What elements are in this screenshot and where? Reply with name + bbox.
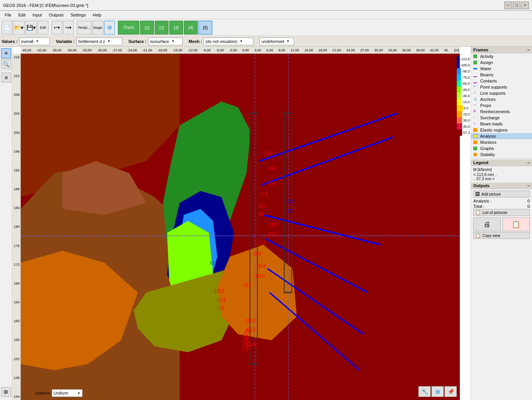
contacts-icon — [473, 79, 477, 83]
reinforcements-icon: ⊞ — [473, 109, 478, 114]
stage-1-button[interactable]: [1] — [140, 21, 154, 35]
sidebar-item-anchors[interactable]: ⚓ Anchors — [471, 96, 532, 102]
sidebar-item-water[interactable]: Water — [471, 66, 532, 72]
total-label: Total : — [473, 204, 484, 209]
settings-icon-button[interactable]: ⚙ — [1, 387, 11, 397]
close-button[interactable]: × — [521, 2, 529, 9]
menu-outputs[interactable]: Outputs — [46, 12, 67, 18]
minimize-button[interactable]: ─ — [504, 2, 512, 9]
stage-topo-button[interactable]: [Topo] — [118, 21, 139, 35]
redo-button[interactable]: ↪▾ — [63, 21, 74, 35]
window-controls[interactable]: ─ □ × — [504, 2, 529, 9]
svg-text:-12,1: -12,1 — [286, 199, 294, 204]
mesh-label: Mesh : — [189, 39, 202, 44]
stage-button[interactable]: Stage — [92, 21, 104, 35]
print-button[interactable]: 🖨 — [473, 217, 501, 231]
menu-help[interactable]: Help — [89, 12, 104, 18]
color-scale: -113,8 -105,0 -90,0 -75,0 -60,0 -45,0 -3… — [457, 56, 470, 136]
svg-text:-24,9: -24,9 — [268, 165, 276, 171]
stage-add-button[interactable]: ⊕ — [104, 21, 115, 35]
stability-icon — [473, 153, 477, 156]
sidebar-item-props[interactable]: ⊣ Props — [471, 102, 532, 109]
export-button[interactable]: 📋 — [502, 217, 530, 231]
svg-text:-196,9: -196,9 — [245, 318, 255, 324]
list-pictures-button[interactable]: 📋 List of pictures — [473, 209, 530, 216]
copy-view-button[interactable]: 📋 Copy view — [473, 232, 530, 239]
svg-text:-114,6: -114,6 — [215, 296, 226, 303]
pin-button[interactable]: 📌 — [444, 386, 457, 397]
svg-text:-164,9: -164,9 — [254, 273, 265, 279]
list-pictures-icon: 📋 — [475, 210, 481, 215]
monitors-icon — [473, 140, 477, 144]
deform-dropdown[interactable]: undeformed▼ — [259, 38, 294, 45]
activity-icon — [473, 54, 477, 58]
stage-2-button[interactable]: [2] — [155, 21, 169, 35]
legend-min: <-113,8 mm .. — [473, 173, 530, 177]
sidebar-item-analysis[interactable]: Analysis — [471, 133, 532, 139]
svg-text:-17,8: -17,8 — [267, 180, 276, 186]
water-icon — [473, 68, 477, 69]
uniform-dropdown[interactable]: Uniform ▼ — [52, 389, 83, 397]
total-value: 0 — [527, 204, 530, 209]
sidebar-item-stability[interactable]: Stability — [471, 151, 532, 158]
sidebar-item-contacts[interactable]: Contacts — [471, 78, 532, 84]
frames-collapse[interactable]: – — [527, 48, 530, 52]
menu-settings[interactable]: Settings — [68, 12, 89, 18]
analysis-icon — [473, 134, 477, 138]
svg-text:-120,3: -120,3 — [267, 231, 278, 237]
add-canvas-button[interactable]: ⊕ — [431, 386, 444, 397]
canvas-area[interactable]: -45,00-42,00-39,00-36,00-33,00-30,00-27,… — [12, 47, 471, 400]
open-button[interactable]: 📂▾ — [13, 21, 25, 35]
copy-view-icon: 📋 — [475, 233, 481, 238]
sidebar-item-elastic-regions[interactable]: Elastic regions — [471, 127, 532, 133]
props-icon: ⊣ — [473, 103, 478, 108]
legend-unit: M [kNm/m] — [473, 168, 530, 172]
sidebar-item-beam-loads[interactable]: ⤓ Beam loads — [471, 121, 532, 127]
menu-edit[interactable]: Edit — [15, 12, 29, 18]
new-button[interactable]: 📄 — [2, 21, 12, 35]
stage-3-button[interactable]: [3] — [169, 21, 183, 35]
uniform-label: Uniform — [35, 391, 50, 395]
beams-icon — [473, 72, 477, 77]
outputs-collapse[interactable]: – — [527, 183, 530, 188]
sidebar-item-line-supports[interactable]: ∿ Line supports — [471, 90, 532, 96]
sidebar-item-graphs[interactable]: Graphs — [471, 145, 532, 151]
outputs-content: 🖼 Add picture Analysis : 0 Total : 0 📋 L… — [471, 189, 532, 241]
frames-title: Frames — [473, 48, 488, 52]
zoom-button[interactable]: 🔍 — [1, 59, 11, 69]
add-picture-button[interactable]: 🖼 Add picture — [473, 191, 530, 198]
sidebar-item-monitors[interactable]: Monitors — [471, 139, 532, 145]
sidebar-item-assign[interactable]: Assign — [471, 59, 532, 66]
menu-file[interactable]: File — [2, 12, 15, 18]
surface-dropdown[interactable]: isosurface▼ — [148, 38, 183, 45]
mesh-dropdown[interactable]: (do not visualize)▼ — [203, 38, 253, 45]
sidebar-item-activity[interactable]: Activity — [471, 53, 532, 59]
outputs-header: Outputs – — [471, 183, 532, 189]
beam-loads-icon: ⤓ — [473, 122, 478, 126]
sidebar-item-reinforcements[interactable]: ⊞ Reinforcements — [471, 109, 532, 115]
wrench-button[interactable]: 🔧 — [418, 386, 431, 397]
maximize-button[interactable]: □ — [513, 2, 520, 9]
legend-collapse[interactable]: – — [527, 160, 530, 165]
svg-text:-17,1: -17,1 — [287, 208, 294, 214]
undo-button[interactable]: ↩▾ — [51, 21, 62, 35]
anchors-icon: ⚓ — [473, 97, 478, 102]
sidebar-item-surcharge[interactable]: ↓ Surcharge — [471, 115, 532, 121]
menu-input[interactable]: Input — [30, 12, 45, 18]
save-button[interactable]: 💾▾ — [25, 21, 37, 35]
stage-4-button[interactable]: [4] — [184, 21, 198, 35]
analysis-output-value: 0 — [527, 199, 530, 203]
print-area: 🖨 📋 — [473, 217, 530, 231]
sidebar-item-beams[interactable]: Beams — [471, 72, 532, 78]
left-toolbar: ✛ 🔍 ⊞ ⚙ — [0, 47, 12, 400]
svg-text:-127,7: -127,7 — [255, 240, 266, 246]
menu-bar: File Edit Input Outputs Settings Help — [0, 11, 532, 19]
fit-button[interactable]: ⊞ — [1, 72, 11, 82]
values-dropdown[interactable]: overall▼ — [19, 38, 50, 45]
variable-dropdown[interactable]: Settlement d z▼ — [76, 38, 122, 45]
template-button[interactable]: Templ... — [77, 21, 91, 35]
crosshair-button[interactable]: ✛ — [1, 48, 11, 58]
edit-button[interactable]: Edit — [38, 21, 48, 35]
stage-5-button[interactable]: [5] — [198, 21, 212, 35]
sidebar-item-point-supports[interactable]: ✕ Point supports — [471, 84, 532, 90]
